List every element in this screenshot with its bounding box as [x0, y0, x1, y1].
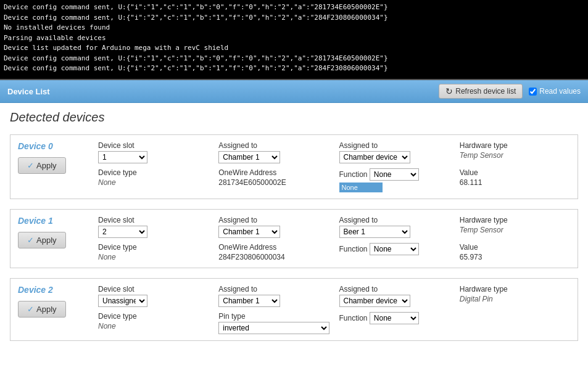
- device-0-slot-label: Device slot: [98, 141, 209, 150]
- read-values-checkbox[interactable]: [529, 88, 537, 96]
- device-2-name: Device 2: [18, 285, 53, 295]
- device-1-onewire-label: OneWire Address: [218, 243, 329, 252]
- device-2-devtype-label: Device type: [98, 312, 209, 321]
- device-0-row2: Device type None OneWire Address 281734E…: [98, 168, 570, 192]
- device-0-devtype-group: Device type None: [98, 168, 209, 192]
- device-0-devtype-label: Device type: [98, 168, 209, 177]
- device-2-fields: Device slot Unassigned12 Assigned to Cha…: [98, 285, 570, 334]
- device-2-inner: Device 2 ✓ Apply Device slot Unassigned1…: [18, 285, 570, 334]
- device-1-slot-select[interactable]: 12Unassigned: [98, 226, 147, 238]
- device-1-onewire-value: 284F230806000034: [218, 253, 329, 261]
- refresh-icon: ↻: [445, 86, 453, 96]
- device-0-onewire-label: OneWire Address: [218, 168, 329, 177]
- device-0-hwtype-value: Temp Sensor: [460, 151, 570, 160]
- device-0-name: Device 0: [18, 141, 53, 151]
- device-0-value-value: 68.111: [460, 178, 570, 187]
- device-1-inner: Device 1 ✓ Apply Device slot 12Unassigne…: [18, 216, 570, 261]
- device-2-function-label: Function None: [339, 312, 450, 324]
- device-1-assigned1-group: Assigned to Chamber 1 Chamber 2: [218, 216, 329, 238]
- device-0-none-highlight: None: [339, 182, 383, 192]
- device-0-value-label: Value: [460, 168, 570, 177]
- device-0-apply-button[interactable]: ✓ Apply: [18, 157, 66, 174]
- device-1-devtype-label: Device type: [98, 243, 209, 252]
- device-0-hwtype-group: Hardware type Temp Sensor: [460, 141, 570, 163]
- device-0-assigned1-group: Assigned to Chamber 1 Chamber 2: [218, 141, 329, 163]
- device-1-apply-button[interactable]: ✓ Apply: [18, 232, 66, 248]
- device-2-pin-type-select[interactable]: inverted normal: [218, 322, 329, 334]
- device-2-row1: Device slot Unassigned12 Assigned to Cha…: [98, 285, 570, 307]
- device-2-card: Device 2 ✓ Apply Device slot Unassigned1…: [10, 278, 578, 341]
- device-2-hwtype-group: Hardware type Digital Pin: [460, 285, 570, 307]
- device-1-onewire-group: OneWire Address 284F230806000034: [218, 243, 329, 261]
- device-1-slot-group: Device slot 12Unassigned: [98, 216, 209, 238]
- device-2-pin-type-group: Pin type inverted normal: [218, 312, 329, 334]
- device-1-function-col: Function None: [339, 243, 450, 261]
- device-0-assigned1-select[interactable]: Chamber 1 Chamber 2: [218, 151, 280, 163]
- read-values-label[interactable]: Read values: [529, 87, 581, 96]
- device-0-function-col: Function None None: [339, 168, 450, 192]
- device-1-row2: Device type None OneWire Address 284F230…: [98, 243, 570, 261]
- device-0-slot-select[interactable]: 12Unassigned: [98, 151, 147, 163]
- device-0-function-select[interactable]: None: [370, 168, 419, 181]
- device-2-slot-group: Device slot Unassigned12: [98, 285, 209, 307]
- checkmark-icon: ✓: [27, 236, 34, 245]
- device-1-value-value: 65.973: [460, 253, 570, 261]
- device-1-function-select[interactable]: None: [370, 243, 419, 255]
- device-2-function-select[interactable]: None: [370, 312, 419, 324]
- device-0-apply-label: Apply: [36, 161, 57, 170]
- device-1-devtype-group: Device type None: [98, 243, 209, 261]
- device-1-left: Device 1 ✓ Apply: [18, 216, 98, 261]
- main-content: Detected devices Device 0 ✓ Apply Device…: [0, 103, 588, 365]
- device-2-assigned1-select[interactable]: Chamber 1 Chamber 2: [218, 295, 280, 307]
- console-output: Device config command sent, U:{"i":"1","…: [0, 0, 588, 80]
- refresh-label: Refresh device list: [455, 87, 516, 96]
- device-0-devtype-value: None: [98, 178, 209, 187]
- device-0-onewire-group: OneWire Address 281734E60500002E: [218, 168, 329, 192]
- device-0-assigned2-select[interactable]: Chamber deviceBeer 1: [339, 151, 410, 163]
- device-2-assigned2-group: Assigned to Chamber deviceBeer 1: [339, 285, 450, 307]
- device-2-slot-label: Device slot: [98, 285, 209, 293]
- checkmark-icon: ✓: [27, 305, 34, 314]
- device-0-row1: Device slot 12Unassigned Assigned to Cha…: [98, 141, 570, 163]
- device-2-assigned1-group: Assigned to Chamber 1 Chamber 2: [218, 285, 329, 307]
- device-2-devtype-value: None: [98, 322, 209, 330]
- device-1-assigned1-select[interactable]: Chamber 1 Chamber 2: [218, 226, 280, 238]
- device-list-title: Device List: [7, 87, 50, 96]
- device-1-value-col: Value 65.973: [460, 243, 570, 261]
- device-2-devtype-group: Device type None: [98, 312, 209, 334]
- checkmark-icon: ✓: [27, 161, 34, 170]
- device-2-assigned2-select[interactable]: Chamber deviceBeer 1: [339, 295, 410, 307]
- device-1-assigned1-label: Assigned to: [218, 216, 329, 224]
- device-1-function-label: Function None: [339, 243, 450, 255]
- device-0-onewire-value: 281734E60500002E: [218, 178, 329, 187]
- device-0-assigned2-label: Assigned to: [339, 141, 450, 150]
- device-0-inner: Device 0 ✓ Apply Device slot 12Unassigne…: [18, 141, 570, 192]
- device-2-assigned1-label: Assigned to: [218, 285, 329, 293]
- device-1-apply-label: Apply: [36, 236, 57, 245]
- device-1-row1: Device slot 12Unassigned Assigned to Cha…: [98, 216, 570, 238]
- device-2-assigned2-label: Assigned to: [339, 285, 450, 293]
- refresh-device-list-button[interactable]: ↻ Refresh device list: [439, 84, 523, 99]
- device-2-row2: Device type None Pin type inverted norma…: [98, 312, 570, 334]
- device-1-slot-label: Device slot: [98, 216, 209, 224]
- device-1-hwtype-label: Hardware type: [460, 216, 570, 224]
- device-0-value-col: Value 68.111: [460, 168, 570, 192]
- device-2-apply-label: Apply: [36, 305, 57, 314]
- device-2-hwtype-value: Digital Pin: [460, 295, 570, 303]
- device-0-function-label: Function None: [339, 168, 450, 181]
- device-0-left: Device 0 ✓ Apply: [18, 141, 98, 192]
- device-1-hwtype-value: Temp Sensor: [460, 226, 570, 234]
- device-list-header: Device List ↻ Refresh device list Read v…: [0, 80, 588, 103]
- device-2-apply-button[interactable]: ✓ Apply: [18, 301, 66, 318]
- device-2-slot-select[interactable]: Unassigned12: [98, 295, 147, 307]
- device-2-left: Device 2 ✓ Apply: [18, 285, 98, 334]
- device-1-name: Device 1: [18, 216, 53, 226]
- device-2-hwtype-label: Hardware type: [460, 285, 570, 293]
- device-0-hwtype-label: Hardware type: [460, 141, 570, 150]
- device-0-card: Device 0 ✓ Apply Device slot 12Unassigne…: [10, 134, 578, 199]
- read-values-text: Read values: [539, 87, 581, 96]
- device-0-fields: Device slot 12Unassigned Assigned to Cha…: [98, 141, 570, 192]
- device-0-assigned1-label: Assigned to: [218, 141, 329, 150]
- device-1-assigned2-select[interactable]: Chamber deviceBeer 1: [339, 226, 410, 238]
- device-1-hwtype-group: Hardware type Temp Sensor: [460, 216, 570, 238]
